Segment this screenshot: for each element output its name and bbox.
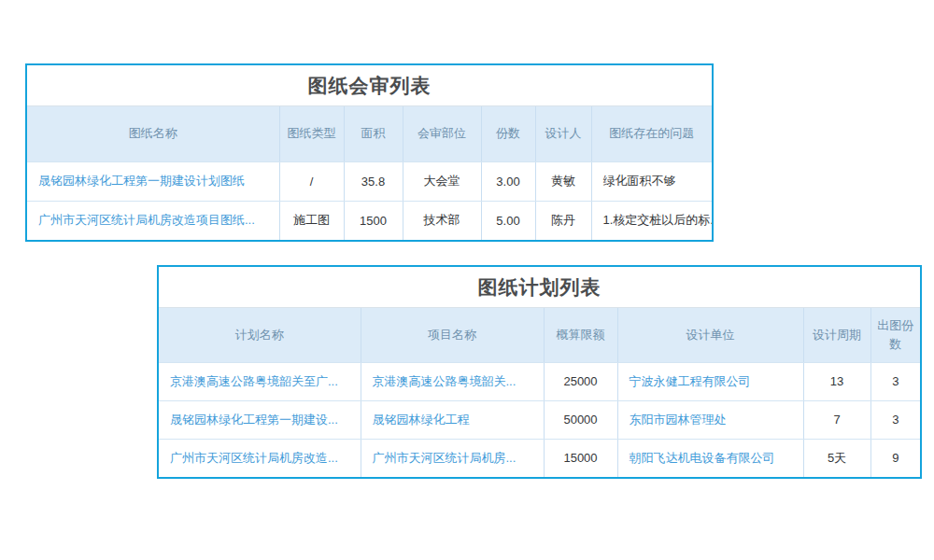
design-cycle-cell: 13 bbox=[803, 362, 870, 400]
project-name-cell: 京港澳高速公路粤境韶关... bbox=[361, 362, 544, 400]
drawing-name-cell: 广州市天河区统计局机房改造项目图纸... bbox=[27, 201, 279, 240]
plan-name-cell: 晟铭园林绿化工程第一期建设... bbox=[159, 400, 361, 439]
drawing-review-table: 图纸名称 图纸类型 面积 会审部位 份数 设计人 图纸存在的问题 晟铭园林绿化工… bbox=[27, 106, 712, 240]
drawing-plan-table-panel: 图纸计划列表 计划名称 项目名称 概算限额 设计单位 设计周期 出图份数 京港澳… bbox=[157, 265, 922, 479]
table-row: 广州市天河区统计局机房改造项目图纸... 施工图 1500 技术部 5.00 陈… bbox=[27, 201, 712, 240]
drawing-name-link[interactable]: 晟铭园林绿化工程第一期建设计划图纸 bbox=[38, 174, 245, 188]
plan-name-cell: 京港澳高速公路粤境韶关至广... bbox=[159, 362, 361, 400]
design-unit-link[interactable]: 东阳市园林管理处 bbox=[630, 413, 727, 427]
header-row: 图纸名称 图纸类型 面积 会审部位 份数 设计人 图纸存在的问题 bbox=[27, 106, 712, 161]
col-header-plan-name: 计划名称 bbox=[159, 308, 361, 362]
design-unit-link[interactable]: 朝阳飞达机电设备有限公司 bbox=[630, 451, 775, 465]
plan-name-link[interactable]: 广州市天河区统计局机房改造... bbox=[170, 451, 338, 465]
plan-name-link[interactable]: 京港澳高速公路粤境韶关至广... bbox=[170, 374, 338, 388]
table-row: 京港澳高速公路粤境韶关至广... 京港澳高速公路粤境韶关... 25000 宁波… bbox=[159, 362, 920, 400]
drawing-name-link[interactable]: 广州市天河区统计局机房改造项目图纸... bbox=[38, 213, 255, 227]
table-row: 晟铭园林绿化工程第一期建设计划图纸 / 35.8 大会堂 3.00 黄敏 绿化面… bbox=[27, 161, 712, 201]
drawing-review-table-panel: 图纸会审列表 图纸名称 图纸类型 面积 会审部位 份数 设计人 图纸存在的问题 … bbox=[25, 63, 714, 242]
drawing-copies-cell: 3 bbox=[870, 362, 920, 400]
drawing-plan-table-title: 图纸计划列表 bbox=[159, 267, 920, 308]
drawing-plan-table-header: 计划名称 项目名称 概算限额 设计单位 设计周期 出图份数 bbox=[159, 308, 920, 362]
col-header-project-name: 项目名称 bbox=[361, 308, 544, 362]
design-cycle-cell: 5天 bbox=[803, 439, 870, 477]
project-name-link[interactable]: 京港澳高速公路粤境韶关... bbox=[373, 374, 517, 388]
plan-name-link[interactable]: 晟铭园林绿化工程第一期建设... bbox=[170, 413, 338, 427]
issues-cell: 绿化面积不够 bbox=[591, 161, 712, 201]
copies-cell: 5.00 bbox=[481, 201, 535, 240]
project-name-cell: 广州市天河区统计局机房... bbox=[361, 439, 544, 477]
col-header-copies: 份数 bbox=[481, 106, 535, 161]
design-unit-cell: 东阳市园林管理处 bbox=[617, 400, 803, 439]
col-header-design-cycle: 设计周期 bbox=[803, 308, 870, 362]
table-row: 广州市天河区统计局机房改造... 广州市天河区统计局机房... 15000 朝阳… bbox=[159, 439, 920, 477]
budget-limit-cell: 50000 bbox=[544, 400, 617, 439]
drawing-name-cell: 晟铭园林绿化工程第一期建设计划图纸 bbox=[27, 161, 279, 201]
col-header-designer: 设计人 bbox=[535, 106, 591, 161]
table-row: 晟铭园林绿化工程第一期建设... 晟铭园林绿化工程 50000 东阳市园林管理处… bbox=[159, 400, 920, 439]
review-location-cell: 技术部 bbox=[403, 201, 481, 240]
budget-limit-cell: 15000 bbox=[544, 439, 617, 477]
project-name-link[interactable]: 广州市天河区统计局机房... bbox=[373, 451, 517, 465]
review-location-cell: 大会堂 bbox=[403, 161, 481, 201]
col-header-drawing-type: 图纸类型 bbox=[279, 106, 344, 161]
col-header-review-location: 会审部位 bbox=[403, 106, 481, 161]
copies-cell: 3.00 bbox=[481, 161, 535, 201]
project-name-link[interactable]: 晟铭园林绿化工程 bbox=[373, 413, 470, 427]
project-name-cell: 晟铭园林绿化工程 bbox=[361, 400, 544, 439]
drawing-review-table-title: 图纸会审列表 bbox=[27, 65, 712, 106]
col-header-budget-limit: 概算限额 bbox=[544, 308, 617, 362]
col-header-drawing-name: 图纸名称 bbox=[27, 106, 279, 161]
drawing-type-cell: / bbox=[279, 161, 344, 201]
designer-cell: 黄敏 bbox=[535, 161, 591, 201]
design-unit-cell: 朝阳飞达机电设备有限公司 bbox=[617, 439, 803, 477]
design-unit-link[interactable]: 宁波永健工程有限公司 bbox=[630, 374, 751, 388]
drawing-type-cell: 施工图 bbox=[279, 201, 344, 240]
designer-cell: 陈丹 bbox=[535, 201, 591, 240]
col-header-design-unit: 设计单位 bbox=[617, 308, 803, 362]
budget-limit-cell: 25000 bbox=[544, 362, 617, 400]
col-header-issues: 图纸存在的问题 bbox=[591, 106, 712, 161]
col-header-drawing-copies: 出图份数 bbox=[870, 308, 920, 362]
area-cell: 1500 bbox=[344, 201, 403, 240]
drawing-copies-cell: 9 bbox=[870, 439, 920, 477]
plan-name-cell: 广州市天河区统计局机房改造... bbox=[159, 439, 361, 477]
drawing-plan-table: 计划名称 项目名称 概算限额 设计单位 设计周期 出图份数 京港澳高速公路粤境韶… bbox=[159, 308, 920, 477]
design-cycle-cell: 7 bbox=[803, 400, 870, 439]
drawing-copies-cell: 3 bbox=[870, 400, 920, 439]
issues-cell: 1.核定交桩以后的标. bbox=[591, 201, 712, 240]
area-cell: 35.8 bbox=[344, 161, 403, 201]
col-header-area: 面积 bbox=[344, 106, 403, 161]
drawing-review-table-header: 图纸名称 图纸类型 面积 会审部位 份数 设计人 图纸存在的问题 bbox=[27, 106, 712, 161]
header-row: 计划名称 项目名称 概算限额 设计单位 设计周期 出图份数 bbox=[159, 308, 920, 362]
design-unit-cell: 宁波永健工程有限公司 bbox=[617, 362, 803, 400]
